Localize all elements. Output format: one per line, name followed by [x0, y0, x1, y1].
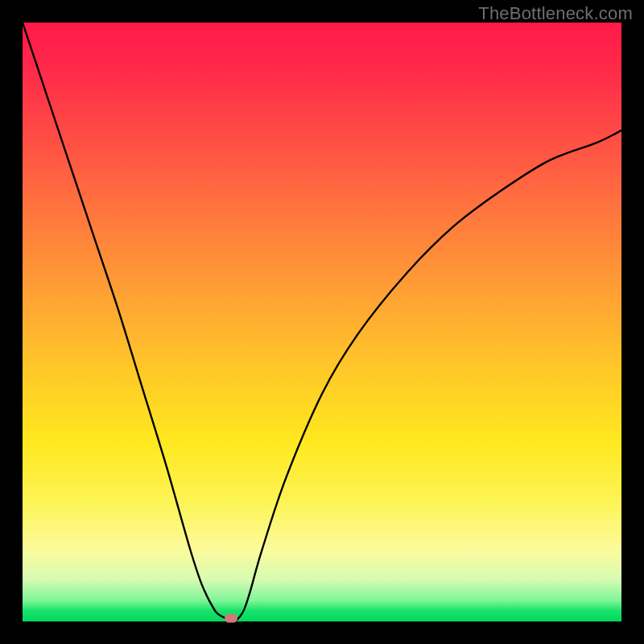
chart-frame: TheBottleneck.com	[0, 0, 644, 644]
plot-area	[23, 23, 621, 621]
bottleneck-curve	[23, 23, 621, 621]
watermark-text: TheBottleneck.com	[478, 3, 633, 24]
optimal-point-marker	[225, 614, 237, 623]
